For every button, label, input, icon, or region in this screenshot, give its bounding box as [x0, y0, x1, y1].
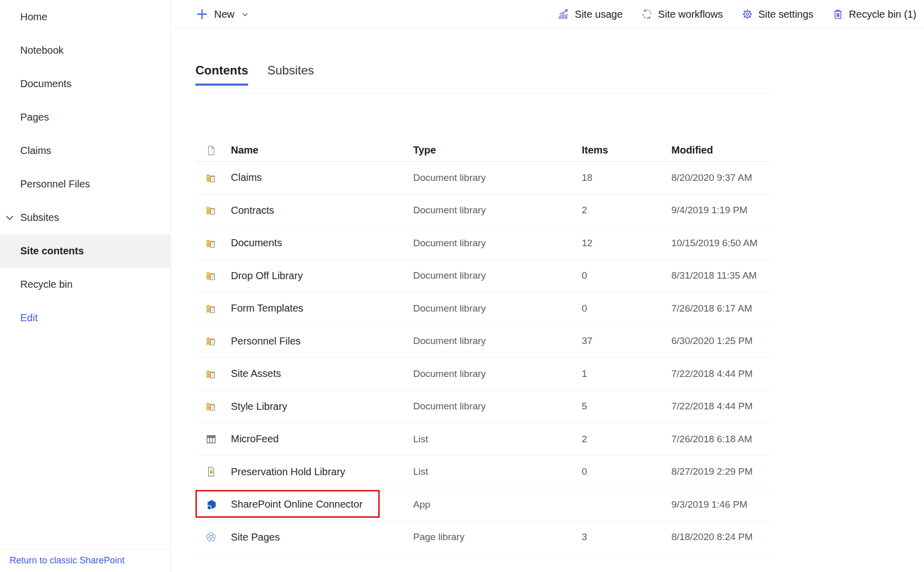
column-header-name[interactable]: Name [231, 144, 413, 156]
chevron-down-icon[interactable] [241, 10, 249, 18]
gear-icon [741, 8, 753, 20]
new-button-label: New [214, 9, 234, 20]
item-name-link[interactable]: Site Pages [231, 531, 413, 543]
table-row-contracts[interactable]: ContractsDocument library29/4/2019 1:19 … [195, 195, 770, 227]
sidebar-item-label: Home [20, 11, 47, 23]
item-name-link[interactable]: Site Assets [231, 368, 413, 379]
table-row-style-library[interactable]: Style LibraryDocument library57/22/2018 … [195, 391, 770, 424]
table-row-personnel-files[interactable]: Personnel FilesDocument library376/30/20… [195, 325, 770, 358]
sidebar-item-home[interactable]: Home [0, 0, 170, 33]
plus-icon [195, 8, 209, 21]
main-area: New Site usageSite workflowsSite setting… [171, 0, 924, 572]
item-type: Page library [413, 531, 582, 543]
trash-icon [832, 8, 844, 20]
item-count: 0 [582, 466, 671, 477]
icon-cell [195, 531, 231, 543]
sidebar-item-edit[interactable]: Edit [0, 301, 170, 334]
item-count: 3 [582, 531, 671, 543]
column-header-items[interactable]: Items [582, 144, 671, 156]
item-count: 18 [582, 172, 671, 183]
table-row-site-pages[interactable]: Site PagesPage library38/18/2020 8:24 PM [195, 521, 770, 554]
icon-cell [195, 335, 231, 347]
header-icon-cell [195, 144, 231, 157]
item-count: 0 [582, 303, 671, 314]
item-type: Document library [413, 368, 582, 379]
table-row-sharepoint-online-connector[interactable]: SharePoint Online ConnectorApp9/3/2019 1… [195, 488, 770, 521]
sidebar-item-pages[interactable]: Pages [0, 100, 170, 134]
item-count: 2 [582, 434, 671, 445]
item-name-link[interactable]: Personnel Files [231, 335, 413, 347]
table-header-row: NameTypeItemsModified [195, 139, 770, 162]
icon-cell [195, 302, 231, 315]
sidebar-item-documents[interactable]: Documents [0, 67, 170, 100]
tab-contents[interactable]: Contents [195, 63, 248, 86]
item-modified: 6/30/2020 1:25 PM [671, 335, 770, 347]
sidebar-item-site-contents[interactable]: Site contents [0, 234, 170, 268]
item-name-link[interactable]: Documents [231, 237, 413, 249]
table-row-drop-off-library[interactable]: Drop Off LibraryDocument library08/31/20… [195, 260, 770, 293]
item-type: Document library [413, 238, 582, 249]
table-row-form-templates[interactable]: Form TemplatesDocument library07/26/2018… [195, 292, 770, 325]
command-bar-actions: Site usageSite workflowsSite settingsRec… [557, 8, 916, 20]
item-type: Document library [413, 335, 582, 347]
item-type: List [413, 434, 582, 445]
document-library-icon [205, 400, 217, 412]
chevron-down-icon[interactable] [4, 212, 15, 223]
sidebar-item-recycle-bin[interactable]: Recycle bin [0, 268, 170, 301]
sync-arrows-icon [641, 8, 653, 20]
action-label: Site usage [575, 9, 623, 20]
item-name-link[interactable]: Style Library [231, 401, 413, 412]
sidebar-item-label: Subsites [20, 212, 59, 223]
item-name-link[interactable]: SharePoint Online Connector [231, 499, 413, 510]
return-to-classic-link[interactable]: Return to classic SharePoint [10, 555, 125, 566]
list-icon [205, 433, 217, 445]
item-name-link[interactable]: Claims [231, 172, 413, 183]
item-type: App [413, 499, 582, 510]
item-name-link[interactable]: Preservation Hold Library [231, 466, 413, 478]
site-usage-button[interactable]: Site usage [557, 8, 623, 20]
bar-chart-icon [557, 8, 570, 20]
icon-cell [195, 204, 231, 216]
sidebar-item-label: Documents [20, 78, 71, 90]
app-cube-icon [205, 499, 217, 511]
column-header-type[interactable]: Type [413, 144, 582, 156]
site-settings-button[interactable]: Site settings [741, 8, 814, 20]
icon-cell [195, 237, 231, 249]
item-name-link[interactable]: Form Templates [231, 302, 413, 314]
table-row-claims[interactable]: ClaimsDocument library188/20/2020 9:37 A… [195, 162, 770, 195]
recycle-bin-1-button[interactable]: Recycle bin (1) [832, 8, 916, 20]
sidebar-item-claims[interactable]: Claims [0, 134, 170, 167]
table-row-documents[interactable]: DocumentsDocument library1210/15/2019 6:… [195, 227, 770, 260]
sidebar-item-personnel-files[interactable]: Personnel Files [0, 167, 170, 201]
item-count: 5 [582, 401, 671, 412]
item-modified: 10/15/2019 6:50 AM [671, 238, 770, 249]
icon-cell [195, 368, 231, 380]
table-row-site-assets[interactable]: Site AssetsDocument library17/22/2018 4:… [195, 358, 770, 391]
icon-cell [195, 433, 231, 445]
new-button[interactable]: New [195, 8, 249, 21]
item-name-link[interactable]: Contracts [231, 205, 413, 216]
document-library-icon [205, 237, 217, 249]
action-label: Site settings [758, 9, 814, 20]
sidebar-item-label: Claims [20, 145, 51, 157]
item-modified: 7/26/2018 6:18 AM [671, 434, 770, 445]
item-modified: 7/22/2018 4:44 PM [671, 401, 770, 412]
contents-table: NameTypeItemsModified ClaimsDocument lib… [195, 139, 770, 554]
icon-cell [195, 270, 231, 282]
tab-subsites[interactable]: Subsites [267, 63, 314, 86]
item-name-link[interactable]: MicroFeed [231, 433, 413, 445]
sidebar-item-label: Edit [20, 312, 37, 324]
table-row-microfeed[interactable]: MicroFeedList27/26/2018 6:18 AM [195, 423, 770, 456]
sidebar-item-subsites[interactable]: Subsites [0, 201, 170, 234]
table-row-preservation-hold-library[interactable]: Preservation Hold LibraryList08/27/2019 … [195, 456, 770, 489]
sidebar-item-notebook[interactable]: Notebook [0, 33, 170, 67]
table-body: ClaimsDocument library188/20/2020 9:37 A… [195, 162, 770, 554]
site-workflows-button[interactable]: Site workflows [641, 8, 723, 20]
item-type: Document library [413, 401, 582, 412]
sidebar-item-label: Pages [20, 111, 49, 123]
document-library-icon [205, 302, 217, 315]
item-type: Document library [413, 205, 582, 216]
item-modified: 8/18/2020 8:24 PM [671, 531, 770, 543]
item-name-link[interactable]: Drop Off Library [231, 270, 413, 282]
column-header-modified[interactable]: Modified [671, 144, 770, 156]
